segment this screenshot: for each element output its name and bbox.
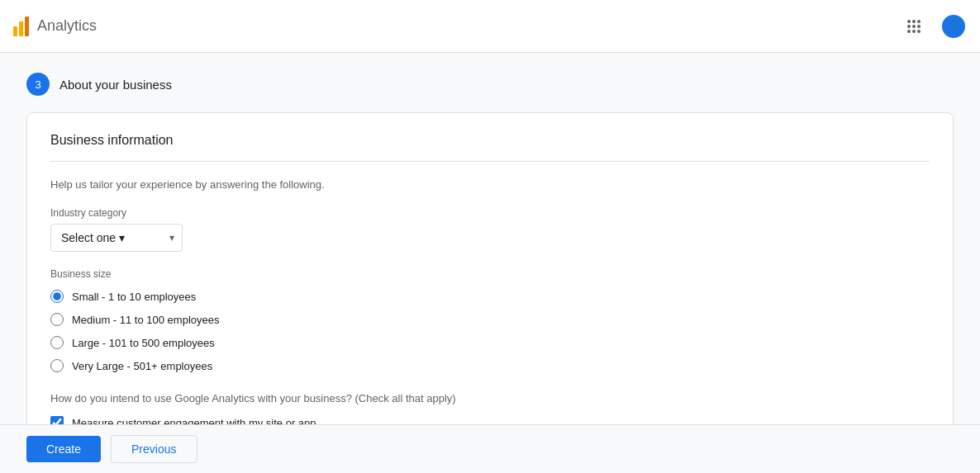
analytics-logo — [13, 17, 29, 36]
step-title: About your business — [59, 78, 172, 92]
radio-item-small[interactable]: Small - 1 to 10 employees — [50, 290, 930, 303]
radio-label-small: Small - 1 to 10 employees — [72, 291, 196, 303]
industry-select-wrapper: Select one ▾ ▾ — [50, 224, 183, 252]
logo-bar-2 — [19, 21, 23, 36]
checkbox-question: How do you intend to use Google Analytic… — [50, 392, 930, 404]
header-left: Analytics — [13, 17, 97, 36]
help-text: Help us tailor your experience by answer… — [50, 178, 930, 191]
create-button[interactable]: Create — [26, 436, 101, 462]
header: Analytics 👤 — [0, 0, 980, 53]
account-avatar: 👤 — [942, 15, 965, 38]
main-content: 3 About your business Business informati… — [0, 53, 980, 473]
step-row: 3 About your business — [26, 73, 954, 96]
business-size-group: Small - 1 to 10 employees Medium - 11 to… — [50, 290, 930, 372]
step-number: 3 — [26, 73, 50, 96]
account-icon[interactable]: 👤 — [940, 13, 967, 40]
radio-item-very-large[interactable]: Very Large - 501+ employees — [50, 359, 930, 372]
logo-bar-3 — [25, 17, 29, 36]
apps-icon[interactable] — [901, 13, 927, 40]
grid-dots-icon — [907, 20, 921, 33]
industry-select[interactable]: Select one ▾ — [50, 224, 183, 252]
card-title: Business information — [50, 133, 930, 162]
radio-item-large[interactable]: Large - 101 to 500 employees — [50, 336, 930, 349]
header-icons: 👤 — [901, 13, 967, 40]
radio-label-medium: Medium - 11 to 100 employees — [72, 314, 219, 326]
industry-label: Industry category — [50, 207, 930, 219]
business-info-card: Business information Help us tailor your… — [26, 112, 954, 473]
app-title: Analytics — [37, 17, 97, 35]
previous-button[interactable]: Previous — [111, 435, 197, 463]
radio-input-large[interactable] — [50, 336, 64, 349]
account-initial: 👤 — [947, 20, 961, 33]
logo-bar-1 — [13, 26, 17, 36]
radio-input-very-large[interactable] — [50, 359, 64, 372]
radio-label-very-large: Very Large - 501+ employees — [72, 360, 212, 372]
radio-label-large: Large - 101 to 500 employees — [72, 337, 215, 349]
footer: Create Previous — [0, 424, 980, 473]
business-size-label: Business size — [50, 268, 930, 280]
radio-input-medium[interactable] — [50, 313, 64, 326]
radio-item-medium[interactable]: Medium - 11 to 100 employees — [50, 313, 930, 326]
radio-input-small[interactable] — [50, 290, 64, 303]
